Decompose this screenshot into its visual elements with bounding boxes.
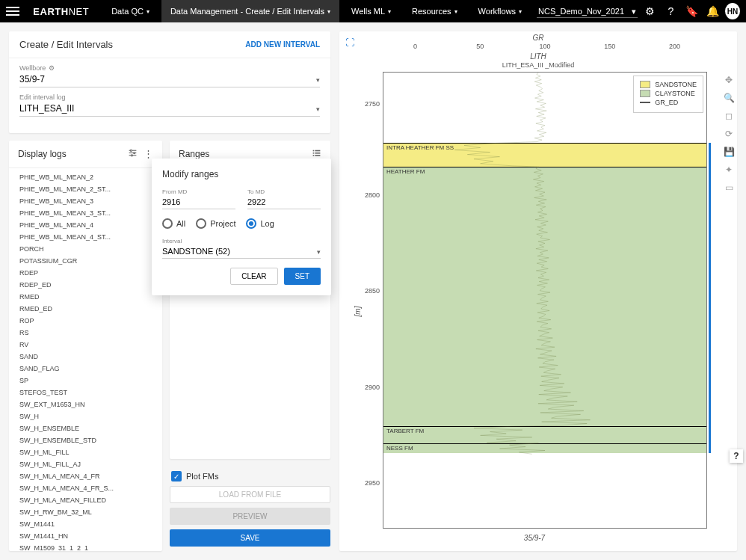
- nav-workflows[interactable]: Workflows▾: [469, 0, 531, 22]
- log-item[interactable]: PHIE_WB_ML_MEAN_2: [9, 171, 162, 183]
- log-item[interactable]: PHIE_WB_ML_MEAN_4: [9, 219, 162, 231]
- log-item[interactable]: SP: [9, 375, 162, 387]
- svg-rect-10: [313, 155, 315, 156]
- nav-data-qc[interactable]: Data QC▾: [102, 0, 158, 22]
- scope-log-radio[interactable]: Log: [246, 218, 274, 229]
- log-item[interactable]: RS: [9, 327, 162, 339]
- wellbore-gear-icon[interactable]: ⚙: [49, 64, 55, 72]
- tune-icon[interactable]: [128, 148, 138, 160]
- from-md-label: From MD: [162, 188, 235, 195]
- log-item[interactable]: PHIE_WB_ML_MEAN_3: [9, 195, 162, 207]
- log-item[interactable]: STEFOS_TEST: [9, 387, 162, 399]
- interval-select[interactable]: [162, 244, 321, 259]
- project-select[interactable]: NCS_Demo_Nov_2021: [537, 5, 638, 18]
- svg-point-5: [131, 155, 132, 156]
- log-item[interactable]: RV: [9, 339, 162, 351]
- log-plot: ⛶ GR 050100150200 LITH LITH_ESA_III _Mod…: [339, 31, 737, 551]
- brand-logo: EARTHNET: [33, 6, 89, 17]
- plot-fms-label: Plot FMs: [186, 472, 218, 481]
- plot-gr-title: GR: [339, 33, 737, 43]
- plot-toolbar: ✥ 🔍 ◻ ⟳ 💾 ✦ ▭: [722, 73, 736, 194]
- to-md-input[interactable]: [247, 195, 321, 209]
- log-item[interactable]: PHIE_WB_ML_MEAN_3_ST...: [9, 207, 162, 219]
- pan-icon[interactable]: ✥: [722, 73, 736, 87]
- svg-rect-7: [315, 150, 320, 152]
- bookmark-icon[interactable]: 🔖: [684, 3, 699, 19]
- load-from-file-button[interactable]: LOAD FROM FILE: [170, 486, 330, 503]
- plot-mod-title: LITH_ESA_III _Modified: [339, 61, 737, 70]
- log-item[interactable]: PHIE_WB_ML_MEAN_2_ST...: [9, 183, 162, 195]
- chevron-down-icon[interactable]: ▾: [316, 76, 320, 84]
- log-item[interactable]: SW_H_ENSEMBLE: [9, 422, 162, 434]
- floating-help-icon[interactable]: ?: [730, 449, 743, 463]
- log-item[interactable]: SW_H_MLA_MEAN_4_FR: [9, 470, 162, 482]
- scope-all-radio[interactable]: All: [162, 218, 185, 229]
- log-item[interactable]: SW_M1509_31_1_2_1: [9, 542, 162, 551]
- x-tick: 0: [383, 43, 448, 50]
- display-logs-title: Display logs: [18, 149, 67, 159]
- nav-resources[interactable]: Resources▾: [403, 0, 466, 22]
- log-item[interactable]: SW_H_MLA_MEAN_4_FR_S...: [9, 482, 162, 494]
- crosshair-icon[interactable]: ✦: [722, 163, 736, 176]
- log-item[interactable]: PORCH: [9, 243, 162, 255]
- log-item[interactable]: SW_M1441: [9, 518, 162, 530]
- log-item[interactable]: RMED_ED: [9, 303, 162, 315]
- log-item[interactable]: SW_H_ML_FILL_AJ: [9, 458, 162, 470]
- x-tick: 50: [448, 43, 513, 50]
- plot-fms-checkbox[interactable]: ✓: [171, 471, 182, 481]
- y-tick: 2900: [365, 384, 380, 391]
- log-item[interactable]: ROP: [9, 315, 162, 327]
- avatar[interactable]: HN: [725, 3, 740, 19]
- log-item[interactable]: PHIE_WB_ML_MEAN_4_ST...: [9, 231, 162, 243]
- help-icon[interactable]: ?: [663, 3, 678, 19]
- top-nav: EARTHNET Data QC▾ Data Management - Crea…: [0, 0, 746, 22]
- menu-icon[interactable]: [6, 4, 19, 19]
- nav-wells-ml[interactable]: Wells ML▾: [342, 0, 400, 22]
- nav-data-management[interactable]: Data Management - Create / Edit Interval…: [161, 0, 339, 22]
- plot-track[interactable]: NESS FMTARBERT FMHEATHER FMINTRA HEATHER…: [383, 72, 707, 529]
- zoom-icon[interactable]: 🔍: [722, 91, 736, 105]
- log-item[interactable]: SAND_FLAG: [9, 363, 162, 375]
- log-list: PHIE_WB_ML_MEAN_2PHIE_WB_ML_MEAN_2_ST...…: [9, 168, 162, 551]
- editlog-label: Edit interval log: [19, 93, 320, 101]
- bell-icon[interactable]: 🔔: [706, 3, 721, 19]
- wellbore-label: Wellbore ⚙: [19, 64, 320, 72]
- log-item[interactable]: SW_H_ML_FILL: [9, 446, 162, 458]
- log-item[interactable]: RMED: [9, 291, 162, 303]
- log-item[interactable]: SW_EXT_M1653_HN: [9, 399, 162, 410]
- info-icon[interactable]: ▭: [722, 181, 736, 194]
- svg-rect-9: [315, 153, 320, 154]
- modify-title: Modify ranges: [162, 169, 321, 179]
- log-item[interactable]: SAND: [9, 351, 162, 363]
- set-button[interactable]: SET: [284, 268, 321, 285]
- save-button[interactable]: SAVE: [170, 529, 330, 547]
- log-item[interactable]: RDEP: [9, 267, 162, 279]
- modify-ranges-popover: Modify ranges From MD To MD All P: [152, 159, 331, 295]
- refresh-icon[interactable]: ⟳: [722, 127, 736, 141]
- editlog-select[interactable]: [19, 101, 320, 117]
- log-item[interactable]: SW_H_RW_BM_32_ML: [9, 506, 162, 518]
- log-item[interactable]: RDEP_ED: [9, 279, 162, 291]
- clear-button[interactable]: CLEAR: [230, 268, 277, 285]
- gear-icon[interactable]: ⚙: [642, 3, 657, 19]
- svg-rect-11: [315, 155, 320, 156]
- log-item[interactable]: SW_M1441_HN: [9, 530, 162, 542]
- y-axis-label: [m]: [354, 306, 362, 316]
- log-item[interactable]: POTASSIUM_CGR: [9, 255, 162, 267]
- log-item[interactable]: SW_H_ENSEMBLE_STD: [9, 434, 162, 446]
- add-new-interval-button[interactable]: ADD NEW INTERVAL: [245, 40, 320, 49]
- interval-label: Interval: [162, 238, 321, 244]
- chevron-down-icon[interactable]: ▾: [317, 248, 321, 256]
- bottom-controls: ✓ Plot FMs LOAD FROM FILE PREVIEW SAVE: [170, 467, 330, 551]
- log-item[interactable]: SW_H_MLA_MEAN_FILLED: [9, 494, 162, 506]
- from-md-input[interactable]: [162, 195, 235, 209]
- svg-rect-6: [313, 150, 315, 152]
- expand-icon[interactable]: ⛶: [345, 37, 354, 48]
- chevron-down-icon[interactable]: ▾: [316, 105, 320, 113]
- svg-rect-8: [313, 153, 315, 154]
- log-item[interactable]: SW_H: [9, 410, 162, 422]
- wellbore-select[interactable]: [19, 72, 320, 87]
- scope-project-radio[interactable]: Project: [196, 218, 235, 229]
- box-select-icon[interactable]: ◻: [722, 109, 736, 123]
- save-plot-icon[interactable]: 💾: [722, 145, 736, 159]
